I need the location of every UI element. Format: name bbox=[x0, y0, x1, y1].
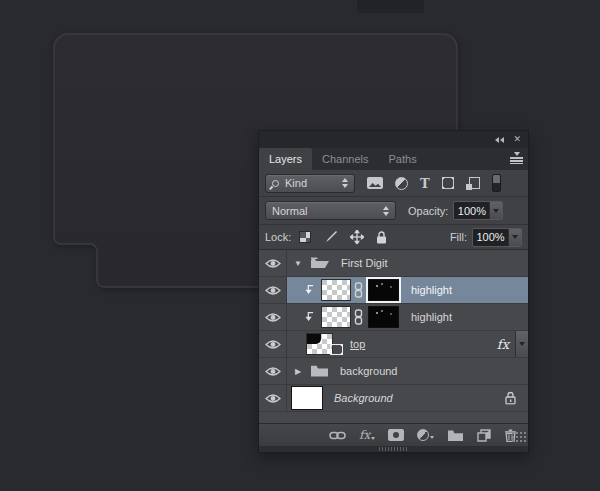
filter-kind-value: Kind bbox=[285, 177, 307, 189]
opacity-label: Opacity: bbox=[408, 205, 448, 217]
layer-row-top[interactable]: top fx bbox=[259, 331, 528, 358]
layer-row-group-first-digit[interactable]: ▼ First Digit bbox=[259, 250, 528, 277]
lock-position-move-icon[interactable] bbox=[350, 230, 364, 244]
fill-label: Fill: bbox=[450, 231, 467, 243]
filter-type-layers-icon[interactable]: T bbox=[420, 177, 430, 190]
clipping-mask-arrow-icon bbox=[305, 284, 316, 296]
add-layer-style-icon[interactable]: fx bbox=[359, 428, 375, 442]
vector-mask-icon[interactable] bbox=[330, 344, 343, 355]
visibility-eye-icon[interactable] bbox=[259, 331, 287, 357]
panel-tab-bar: Layers Channels Paths bbox=[259, 148, 528, 170]
filter-type-icons: T bbox=[367, 174, 501, 192]
panel-height-drag-handle[interactable] bbox=[379, 447, 409, 451]
visibility-eye-icon[interactable] bbox=[259, 385, 287, 411]
mask-link-icon[interactable] bbox=[354, 282, 363, 298]
collapse-to-icons-icon[interactable] bbox=[495, 137, 504, 143]
opacity-value[interactable]: 100% bbox=[454, 202, 489, 219]
layer-name[interactable]: top bbox=[350, 338, 365, 350]
add-layer-mask-icon[interactable] bbox=[388, 429, 404, 441]
new-layer-icon[interactable] bbox=[477, 429, 491, 442]
layer-name[interactable]: highlight bbox=[411, 284, 452, 296]
layers-list: ▼ First Digit bbox=[259, 250, 528, 423]
layers-panel: ✕ Layers Channels Paths Kind T bbox=[258, 130, 529, 453]
dropdown-updown-icon bbox=[342, 178, 348, 188]
panel-resize-grip[interactable] bbox=[511, 431, 526, 444]
new-adjustment-layer-icon[interactable] bbox=[417, 429, 434, 441]
blend-mode-dropdown[interactable]: Normal bbox=[265, 201, 396, 220]
link-layers-icon[interactable] bbox=[329, 431, 346, 440]
layer-name[interactable]: highlight bbox=[411, 311, 452, 323]
filter-pixel-layers-icon[interactable] bbox=[367, 177, 383, 189]
filter-shape-layers-icon[interactable] bbox=[442, 177, 454, 189]
layer-row-group-background[interactable]: ▶ background bbox=[259, 358, 528, 385]
panel-menu-icon[interactable] bbox=[510, 152, 523, 164]
tab-paths[interactable]: Paths bbox=[379, 148, 427, 170]
fill-value-box: 100% bbox=[472, 228, 522, 247]
group-expand-icon[interactable]: ▶ bbox=[293, 367, 303, 376]
layers-bottom-toolbar: fx bbox=[259, 423, 528, 446]
layers-list-empty-area bbox=[259, 412, 528, 423]
layer-thumbnail[interactable] bbox=[321, 279, 351, 301]
shape-preview bbox=[307, 334, 321, 344]
group-expand-icon[interactable]: ▼ bbox=[293, 259, 303, 268]
lock-label: Lock: bbox=[265, 231, 291, 243]
search-icon bbox=[272, 180, 279, 187]
filter-adjustment-layers-icon[interactable] bbox=[395, 177, 408, 190]
layer-mask-thumbnail[interactable] bbox=[368, 279, 399, 301]
blend-mode-row: Normal Opacity: 100% bbox=[259, 197, 528, 225]
layer-row-background-locked[interactable]: Background bbox=[259, 385, 528, 412]
layer-filter-row: Kind T bbox=[259, 170, 528, 197]
locked-layer-padlock-icon bbox=[505, 392, 516, 405]
lock-image-pixels-brush-icon[interactable] bbox=[323, 230, 338, 244]
tab-layers[interactable]: Layers bbox=[259, 148, 312, 170]
photoshop-workspace: ✕ Layers Channels Paths Kind T bbox=[0, 0, 600, 491]
effects-collapse-arrow[interactable] bbox=[515, 331, 528, 357]
layer-name[interactable]: First Digit bbox=[341, 257, 387, 269]
lock-transparent-pixels-icon[interactable] bbox=[299, 231, 311, 243]
layer-thumbnail[interactable] bbox=[291, 386, 323, 410]
lock-icons bbox=[299, 230, 387, 244]
lock-row: Lock: Fill: bbox=[259, 225, 528, 250]
layer-name[interactable]: background bbox=[340, 365, 398, 377]
layer-thumbnail[interactable] bbox=[321, 306, 351, 328]
filtering-toggle-switch[interactable] bbox=[492, 174, 501, 192]
visibility-eye-icon[interactable] bbox=[259, 250, 287, 276]
closed-folder-icon bbox=[310, 364, 329, 378]
mask-link-icon[interactable] bbox=[354, 309, 363, 325]
layer-thumbnail[interactable] bbox=[306, 333, 333, 355]
blend-mode-value: Normal bbox=[272, 205, 307, 217]
new-group-icon[interactable] bbox=[447, 429, 464, 442]
opacity-dropdown-arrow[interactable] bbox=[489, 202, 502, 219]
clipping-mask-arrow-icon bbox=[305, 311, 316, 323]
filter-smart-objects-icon[interactable] bbox=[466, 177, 480, 190]
panel-title-bar: ✕ bbox=[259, 131, 528, 148]
layer-row-highlight-selected[interactable]: highlight bbox=[259, 277, 528, 304]
panel-bottom-edge bbox=[259, 446, 528, 452]
layer-name[interactable]: Background bbox=[334, 392, 393, 404]
filter-kind-dropdown[interactable]: Kind bbox=[265, 174, 355, 193]
close-icon[interactable]: ✕ bbox=[513, 135, 521, 144]
fill-dropdown-arrow[interactable] bbox=[508, 229, 521, 246]
fill-value[interactable]: 100% bbox=[473, 229, 508, 246]
lock-all-padlock-icon[interactable] bbox=[376, 231, 387, 244]
layer-effects-fx-icon[interactable]: fx bbox=[497, 337, 509, 352]
layer-mask-thumbnail[interactable] bbox=[368, 306, 399, 328]
visibility-eye-icon[interactable] bbox=[259, 277, 287, 303]
opacity-value-box: 100% bbox=[453, 201, 503, 220]
visibility-eye-icon[interactable] bbox=[259, 358, 287, 384]
visibility-eye-icon[interactable] bbox=[259, 304, 287, 330]
open-folder-icon bbox=[310, 256, 330, 270]
dropdown-updown-icon bbox=[383, 206, 389, 216]
tab-channels[interactable]: Channels bbox=[312, 148, 378, 170]
layer-row-highlight[interactable]: highlight bbox=[259, 304, 528, 331]
